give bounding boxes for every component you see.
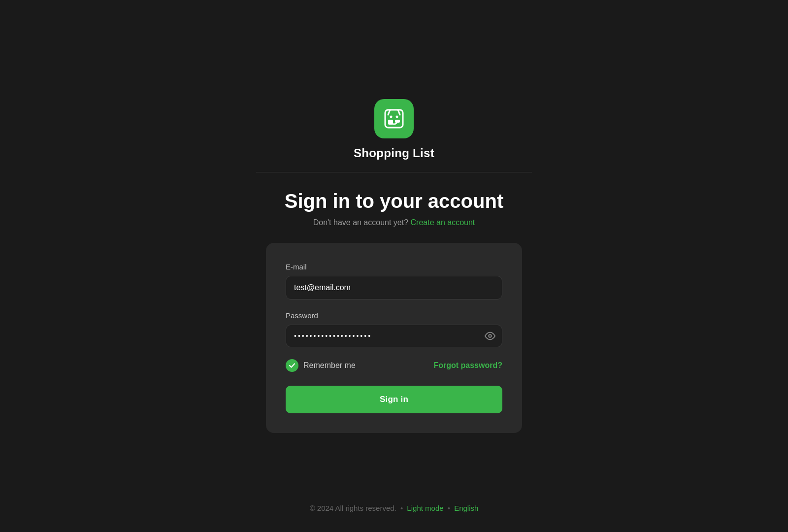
password-field-group: Password [286, 311, 502, 347]
svg-point-5 [489, 334, 492, 337]
svg-point-4 [396, 116, 398, 118]
copyright-text: © 2024 All rights reserved. [310, 504, 396, 512]
svg-rect-2 [395, 120, 400, 123]
remember-me-label: Remember me [303, 361, 356, 370]
logo-section: Shopping List [354, 99, 434, 160]
svg-rect-0 [385, 110, 403, 128]
email-input[interactable] [286, 276, 502, 299]
create-account-link[interactable]: Create an account [411, 218, 475, 227]
password-wrapper [286, 325, 502, 347]
toggle-password-icon[interactable] [485, 331, 495, 341]
subtitle-text: Don't have an account yet? Create an acc… [313, 218, 475, 227]
app-title: Shopping List [354, 146, 434, 160]
light-mode-link[interactable]: Light mode [407, 504, 443, 512]
main-container: Shopping List Sign in to your account Do… [0, 99, 788, 433]
app-logo [374, 99, 414, 138]
page-heading: Sign in to your account [285, 190, 503, 212]
sign-in-button[interactable]: Sign in [286, 386, 502, 413]
email-field-group: E-mail [286, 263, 502, 299]
remember-forgot-row: Remember me Forgot password? [286, 359, 502, 372]
password-input[interactable] [286, 325, 502, 347]
forgot-password-link[interactable]: Forgot password? [433, 361, 502, 370]
email-label: E-mail [286, 263, 502, 271]
remember-me-group: Remember me [286, 359, 356, 372]
page-footer: © 2024 All rights reserved. • Light mode… [0, 504, 788, 512]
remember-me-checkbox[interactable] [286, 359, 298, 372]
login-form-card: E-mail Password [266, 243, 522, 433]
section-divider [256, 172, 532, 172]
password-label: Password [286, 311, 502, 320]
svg-point-3 [390, 116, 393, 118]
language-link[interactable]: English [454, 504, 478, 512]
